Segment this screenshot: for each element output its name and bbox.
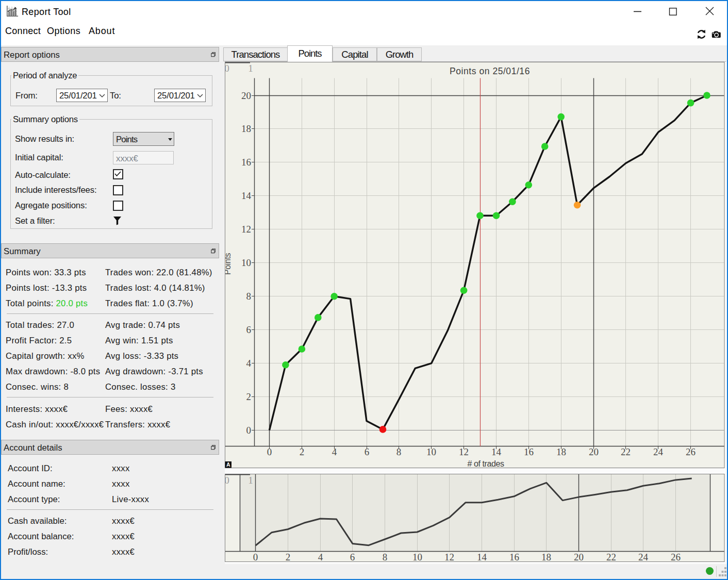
svg-text:26: 26 <box>686 446 696 457</box>
svg-text:18: 18 <box>541 552 551 562</box>
svg-text:16: 16 <box>241 157 251 168</box>
svg-text:20: 20 <box>241 90 251 101</box>
svg-text:18: 18 <box>556 446 566 457</box>
svg-text:4: 4 <box>246 358 252 369</box>
svg-text:1: 1 <box>248 475 253 486</box>
svg-text:6: 6 <box>350 552 355 562</box>
svg-text:14: 14 <box>241 190 252 201</box>
svg-text:14: 14 <box>477 552 487 562</box>
svg-text:10: 10 <box>241 257 251 268</box>
svg-text:8: 8 <box>396 446 402 457</box>
svg-text:16: 16 <box>509 552 519 562</box>
svg-text:18: 18 <box>241 123 251 134</box>
svg-text:1: 1 <box>248 63 253 74</box>
svg-text:20: 20 <box>589 446 599 457</box>
svg-text:8: 8 <box>383 552 388 562</box>
svg-text:2: 2 <box>286 552 291 562</box>
svg-text:6: 6 <box>246 324 252 335</box>
svg-text:12: 12 <box>444 552 454 562</box>
svg-text:0: 0 <box>253 552 258 562</box>
svg-text:0: 0 <box>225 63 229 74</box>
svg-text:22: 22 <box>621 446 631 457</box>
svg-text:0: 0 <box>225 475 229 486</box>
svg-text:0: 0 <box>267 446 272 457</box>
svg-text:12: 12 <box>459 446 469 457</box>
svg-text:10: 10 <box>426 446 436 457</box>
svg-text:A: A <box>226 461 230 468</box>
svg-text:2: 2 <box>246 391 252 402</box>
svg-text:16: 16 <box>524 446 534 457</box>
svg-text:4: 4 <box>332 446 337 457</box>
svg-text:14: 14 <box>491 446 502 457</box>
svg-text:22: 22 <box>606 552 616 562</box>
svg-text:8: 8 <box>246 291 252 302</box>
svg-text:Points: Points <box>225 253 232 275</box>
svg-text:2: 2 <box>300 446 305 457</box>
svg-text:12: 12 <box>241 224 251 235</box>
svg-text:Points on 25/01/16: Points on 25/01/16 <box>450 66 530 76</box>
svg-text:0: 0 <box>246 425 252 436</box>
svg-text:# of trades: # of trades <box>467 459 504 468</box>
svg-text:24: 24 <box>638 552 649 562</box>
svg-text:10: 10 <box>412 552 422 562</box>
svg-text:6: 6 <box>365 446 370 457</box>
svg-text:4: 4 <box>318 552 323 562</box>
svg-text:26: 26 <box>671 552 681 562</box>
svg-text:20: 20 <box>574 552 584 562</box>
svg-text:24: 24 <box>653 446 664 457</box>
